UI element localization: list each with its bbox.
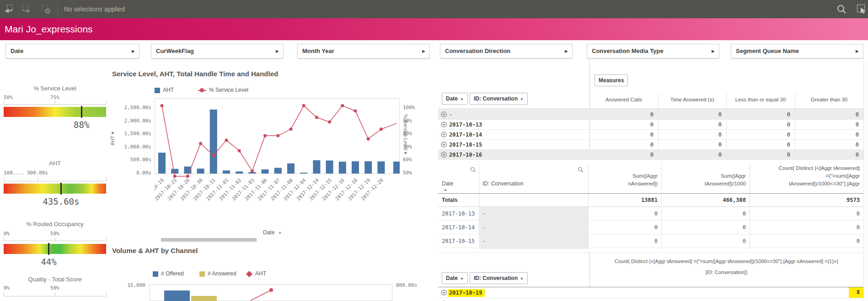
aht-bar[interactable] (274, 168, 282, 174)
expand-icon[interactable] (441, 152, 447, 158)
aht-bar[interactable] (313, 160, 320, 174)
row-dimension-value[interactable]: 2017-10-15 (449, 142, 482, 148)
table-row[interactable]: 2017-10-13-000 (438, 207, 863, 221)
service-level-point[interactable] (263, 134, 267, 137)
row-dimension-value[interactable]: 2017-10-14 (449, 132, 482, 138)
legend-marker-service-level[interactable] (198, 88, 206, 93)
aht-bar[interactable] (352, 161, 359, 174)
service-level-point[interactable] (161, 104, 164, 107)
aht-bar-partial[interactable] (393, 162, 400, 174)
count-distinct-header[interactable]: tAnswered])/1000<=30"},[Aggr (723, 181, 860, 186)
date-dimension-button[interactable]: Date▼ (442, 93, 468, 105)
redo-selection-icon[interactable] (21, 4, 32, 15)
table-row[interactable]: 2017-10-15-000 (438, 234, 863, 248)
id-conversation-dimension-button[interactable]: ID: Conversation▼ (470, 272, 528, 284)
service-level-point[interactable] (238, 149, 241, 153)
column-header[interactable]: Answered Calls (589, 97, 658, 102)
aht-bar[interactable] (377, 161, 385, 174)
aht-bar[interactable] (326, 160, 333, 174)
service-level-point[interactable] (225, 139, 228, 142)
expand-icon[interactable] (441, 132, 447, 137)
x-axis-dimension-selector[interactable]: Date▼ (263, 229, 282, 236)
service-level-point[interactable] (302, 104, 305, 107)
search-icon[interactable] (836, 4, 847, 15)
id-conversation-dimension-button[interactable]: ID: Conversation▼ (470, 93, 528, 105)
aht-bar[interactable] (262, 169, 269, 174)
right-scroll-gutter[interactable] (863, 59, 868, 301)
expand-icon[interactable] (441, 290, 447, 296)
date-column-header[interactable]: Date (442, 180, 453, 187)
row-dimension-value[interactable]: 2017-10-13 (449, 121, 482, 128)
pivot-row[interactable]: 2017-10-251 (438, 298, 863, 301)
filter-month-year[interactable]: Month Year▶ (297, 44, 430, 58)
search-icon[interactable] (470, 167, 476, 173)
pivot-row[interactable]: -0000 (438, 110, 863, 120)
pivot-row[interactable]: 2017-10-160000 (438, 150, 863, 160)
clear-selections-icon[interactable] (40, 4, 51, 15)
count-distinct-header[interactable]: Count( Distinct {<[Aggr tAnswered] (723, 165, 860, 171)
legend-item-answered[interactable]: # Answered (208, 270, 236, 277)
chart-scrollbar[interactable] (161, 238, 257, 242)
service-level-point[interactable] (212, 154, 215, 157)
row-dimension-value[interactable]: 2017-10-19 (448, 289, 485, 297)
service-level-point[interactable] (367, 137, 370, 141)
id-column-header[interactable]: ID: Conversation (482, 180, 523, 187)
legend-swatch-aht[interactable] (155, 88, 160, 93)
aht-point[interactable] (269, 288, 273, 292)
legend-marker-aht[interactable] (246, 271, 252, 277)
legend-item-aht[interactable]: AHT (255, 270, 266, 277)
filter-segment-queue-name[interactable]: Segment Queue Name▶ (731, 44, 863, 58)
combo-chart-plot[interactable]: 2017-10-192017-10-252017-10-262017-10-30… (155, 98, 400, 219)
service-level-point[interactable] (289, 127, 293, 131)
aht-bar[interactable] (158, 153, 166, 174)
aht-bar[interactable] (300, 173, 307, 174)
column-header[interactable]: Less than or equal 30 (726, 97, 795, 102)
filter-conversation-direction[interactable]: Conversation Direction▶ (440, 44, 573, 58)
legend-swatch-offered[interactable] (153, 271, 158, 277)
aht-bar[interactable] (223, 170, 230, 174)
aht-bar[interactable] (197, 169, 204, 174)
date-cell[interactable]: 2017-10-15 (442, 238, 475, 244)
pivot-row[interactable]: 2017-10-198 (438, 287, 863, 298)
service-level-point[interactable] (354, 109, 357, 112)
pivot-row[interactable]: 2017-10-140000 (438, 130, 863, 140)
column-header[interactable]: Greater than 30 (795, 97, 863, 102)
date-cell[interactable]: 2017-10-14 (442, 224, 475, 231)
table-row[interactable]: 2017-10-14-000 (438, 221, 863, 234)
service-level-point[interactable] (341, 104, 344, 107)
legend-item-offered[interactable]: # Offered (161, 270, 184, 277)
filter-conversation-media-type[interactable]: Conversation Media Type▶ (587, 44, 719, 58)
id-cell[interactable]: - (482, 238, 486, 244)
date-cell[interactable]: 2017-10-13 (442, 211, 475, 217)
service-level-point[interactable] (380, 127, 383, 131)
aht-bar[interactable] (339, 162, 346, 174)
selections-tool-icon[interactable] (856, 4, 867, 15)
pivot-row[interactable]: 2017-10-150000 (438, 140, 863, 150)
channel-chart-plot[interactable] (150, 284, 392, 301)
expand-icon[interactable] (441, 142, 447, 148)
service-level-point[interactable] (328, 121, 331, 124)
id-cell[interactable]: - (482, 224, 486, 231)
service-level-point[interactable] (276, 134, 279, 137)
aht-bar[interactable] (171, 169, 178, 174)
measures-button[interactable]: Measures (595, 74, 628, 86)
legend-item-aht[interactable]: AHT (163, 87, 174, 93)
measure-expression-header[interactable]: Count( Distinct {<[Aggr tAnswered] ={"=s… (589, 259, 863, 264)
legend-item-service-level[interactable]: % Service Level (209, 87, 248, 93)
aht-bar[interactable] (210, 110, 217, 174)
expand-icon[interactable] (441, 121, 447, 127)
row-dimension-value[interactable]: 2017-10-16 (449, 152, 482, 158)
service-level-line[interactable] (162, 106, 397, 176)
count-distinct-header[interactable]: ={"=sum([Aggr (723, 173, 860, 179)
id-cell[interactable]: - (482, 211, 486, 217)
service-level-point[interactable] (315, 116, 318, 119)
filter-curweekflag[interactable]: CurWeekFlag▶ (151, 44, 284, 58)
undo-selection-icon[interactable] (3, 4, 14, 15)
column-header[interactable]: Time Answered (s) (658, 97, 726, 102)
service-level-point[interactable] (199, 142, 202, 145)
measure-expression-header[interactable]: [ID: Conversation]) (589, 269, 863, 275)
aht-line[interactable] (251, 290, 271, 301)
date-dimension-button[interactable]: Date▼ (442, 272, 468, 284)
row-dimension-value[interactable]: - (449, 111, 452, 118)
aht-bar[interactable] (287, 164, 295, 174)
